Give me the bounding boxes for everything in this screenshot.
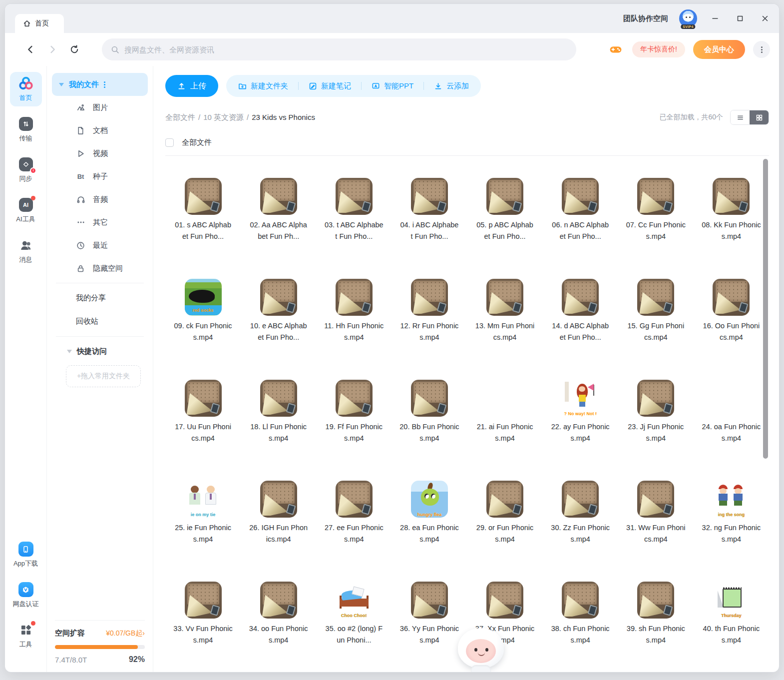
file-item[interactable]: 36. Yy Fun Phonics.mp4 (392, 560, 467, 661)
sidebar-item-hidden[interactable]: 隐藏空间 (52, 257, 148, 280)
file-thumbnail-parchment[interactable] (637, 178, 674, 215)
assistant-mascot[interactable] (458, 628, 506, 672)
file-item[interactable]: 01. s ABC Alphabet Fun Pho... (165, 156, 241, 257)
rail-item-app-download[interactable]: App下载 (10, 538, 42, 572)
file-item[interactable]: 33. Vv Fun Phonics.mp4 (165, 560, 241, 661)
file-thumbnail-thursday[interactable]: Thursday (713, 582, 750, 619)
breadcrumb-segment[interactable]: 10 英文资源 (203, 113, 244, 122)
file-thumbnail-parchment[interactable] (185, 380, 222, 417)
file-item[interactable]: 17. Uu Fun Phonics.mp4 (165, 358, 241, 459)
file-thumbnail-parchment[interactable] (637, 380, 674, 417)
file-thumbnail-choo[interactable]: Choo Choo! (336, 582, 373, 619)
file-item[interactable]: ? No way! Not t22. ay Fun Phonics.mp4 (543, 358, 618, 459)
file-item[interactable]: red socks09. ck Fun Phonics.mp4 (165, 257, 241, 358)
file-thumbnail-parchment[interactable] (411, 582, 448, 619)
file-thumbnail-parchment[interactable] (486, 178, 523, 215)
file-thumbnail-parchment[interactable] (185, 582, 222, 619)
sidebar-item-videos[interactable]: 视频 (52, 142, 148, 165)
file-thumbnail-parchment[interactable] (486, 279, 523, 316)
rail-item-transfer[interactable]: 传输 (10, 112, 42, 147)
file-item[interactable]: 27. ee Fun Phonics.mp4 (316, 459, 392, 560)
rail-item-home[interactable]: 首页 (10, 72, 42, 106)
smart-ppt-button[interactable]: 智能PPT (372, 81, 413, 91)
file-thumbnail-parchment[interactable] (336, 380, 373, 417)
file-item[interactable]: 02. Aa ABC Alphabet Fun Ph... (241, 156, 316, 257)
file-item[interactable]: 34. oo Fun Phonics.mp4 (241, 560, 316, 661)
my-files-menu-icon[interactable] (104, 81, 105, 88)
file-thumbnail-parchment[interactable] (562, 481, 599, 518)
file-thumbnail-parchment[interactable] (713, 279, 750, 316)
file-thumbnail-parchment[interactable] (562, 279, 599, 316)
file-item[interactable]: 31. Ww Fun Phonics.mp4 (618, 459, 694, 560)
close-button[interactable] (758, 11, 772, 25)
select-all-checkbox[interactable] (165, 138, 174, 147)
file-thumbnail-parchment[interactable] (562, 178, 599, 215)
sidebar-item-images[interactable]: 图片 (52, 96, 148, 119)
rail-item-sync[interactable]: 同步 (10, 153, 42, 187)
file-thumbnail-parchment[interactable] (637, 279, 674, 316)
file-item[interactable]: hungry flea28. ea Fun Phonics.mp4 (392, 459, 467, 560)
file-thumbnail-parchment[interactable] (637, 582, 674, 619)
back-button[interactable] (22, 41, 39, 58)
promo-button[interactable]: 年卡惊喜价! (632, 41, 685, 57)
file-item[interactable]: 24. oa Fun Phonics.mp4 (694, 358, 769, 459)
file-thumbnail-blank[interactable] (713, 380, 750, 417)
file-thumbnail-parchment[interactable] (411, 178, 448, 215)
file-item[interactable]: 05. p ABC Alphabet Fun Pho... (467, 156, 543, 257)
file-item[interactable]: 03. t ABC Alphabet Fun Pho... (316, 156, 392, 257)
drop-folder-hint[interactable]: +拖入常用文件夹 (66, 365, 141, 387)
sidebar-item-my-shares[interactable]: 我的分享 (52, 286, 148, 310)
file-item[interactable]: 39. sh Fun Phonics.mp4 (618, 560, 694, 661)
scrollbar-thumb[interactable] (763, 159, 768, 459)
file-item[interactable]: 13. Mm Fun Phonics.mp4 (467, 257, 543, 358)
file-thumbnail-parchment[interactable] (260, 279, 297, 316)
sidebar-item-docs[interactable]: 文档 (52, 119, 148, 142)
avatar[interactable]: SVIP4 (679, 9, 697, 27)
list-view-button[interactable] (731, 110, 750, 124)
file-thumbnail-parchment[interactable] (713, 178, 750, 215)
search-input[interactable] (124, 45, 567, 54)
file-item[interactable]: 20. Bb Fun Phonics.mp4 (392, 358, 467, 459)
sidebar-item-other[interactable]: 其它 (52, 211, 148, 234)
minimize-button[interactable] (708, 11, 722, 25)
file-item[interactable]: 04. i ABC Alphabet Fun Pho... (392, 156, 467, 257)
file-item[interactable]: 38. ch Fun Phonics.mp4 (543, 560, 618, 661)
file-thumbnail-tie[interactable]: ie on my tie (185, 481, 222, 518)
file-item[interactable]: 15. Gg Fun Phonics.mp4 (618, 257, 694, 358)
file-thumbnail-parchment[interactable] (637, 481, 674, 518)
file-item[interactable]: 12. Rr Fun Phonics.mp4 (392, 257, 467, 358)
file-item[interactable]: 11. Hh Fun Phonics.mp4 (316, 257, 392, 358)
file-thumbnail-parchment[interactable] (411, 380, 448, 417)
breadcrumb-segment[interactable]: 全部文件 (165, 113, 195, 122)
file-thumbnail-redsocks[interactable]: red socks (185, 279, 222, 316)
file-item[interactable]: 08. Kk Fun Phonics.mp4 (694, 156, 769, 257)
sidebar-item-recent[interactable]: 最近 (52, 234, 148, 257)
upload-button[interactable]: 上传 (165, 75, 218, 97)
file-item[interactable]: 19. Ff Fun Phonics.mp4 (316, 358, 392, 459)
refresh-button[interactable] (66, 41, 83, 58)
file-item[interactable]: 14. d ABC Alphabet Fun Pho... (543, 257, 618, 358)
grid-view-button[interactable] (750, 110, 769, 124)
new-folder-button[interactable]: 新建文件夹 (238, 81, 288, 91)
vip-center-button[interactable]: 会员中心 (693, 40, 745, 59)
file-thumbnail-parchment[interactable] (260, 380, 297, 417)
file-thumbnail-parchment[interactable] (411, 279, 448, 316)
file-item[interactable]: Thursday40. th Fun Phonics.mp4 (694, 560, 769, 661)
file-thumbnail-parchment[interactable] (260, 582, 297, 619)
new-note-button[interactable]: 新建笔记 (309, 81, 351, 91)
file-thumbnail-blank[interactable] (486, 380, 523, 417)
file-item[interactable]: 21. ai Fun Phonics.mp4 (467, 358, 543, 459)
file-item[interactable]: 29. or Fun Phonics.mp4 (467, 459, 543, 560)
rail-item-verify[interactable]: 网盘认证 (10, 578, 42, 613)
search-bar[interactable] (102, 38, 576, 60)
file-item[interactable]: 16. Oo Fun Phonics.mp4 (694, 257, 769, 358)
file-thumbnail-parchment[interactable] (562, 582, 599, 619)
file-thumbnail-parchment[interactable] (260, 481, 297, 518)
file-item[interactable]: 18. Ll Fun Phonics.mp4 (241, 358, 316, 459)
file-item[interactable]: 07. Cc Fun Phonics.mp4 (618, 156, 694, 257)
file-thumbnail-flea[interactable]: hungry flea (411, 481, 448, 518)
sidebar-item-quick-access[interactable]: 快捷访问 (52, 340, 148, 361)
file-thumbnail-parchment[interactable] (260, 178, 297, 215)
rail-item-messages[interactable]: 消息 (10, 234, 42, 268)
sidebar-item-audio[interactable]: 音频 (52, 188, 148, 211)
